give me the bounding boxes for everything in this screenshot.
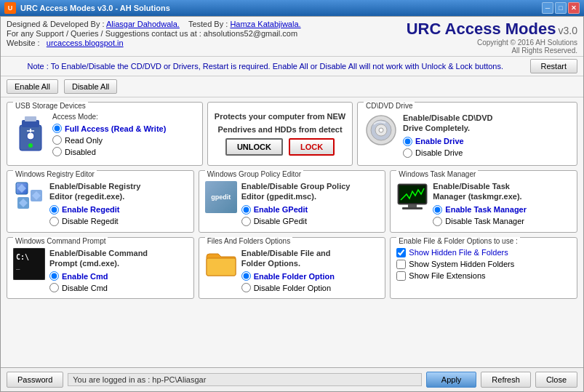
app-version: v3.0 — [559, 25, 577, 36]
folder-option-0[interactable]: Enable Folder Option — [241, 271, 380, 281]
folder-radio-0[interactable] — [241, 271, 251, 281]
grouppolicy-radio-1[interactable] — [241, 217, 251, 226]
close-button[interactable]: Close — [535, 372, 577, 388]
grouppolicy-radio-0[interactable] — [241, 205, 251, 215]
cdvd-option-1[interactable]: Disable Drive — [403, 148, 571, 158]
cmd-panel-title: Windows Command Prompt — [13, 237, 108, 245]
cdvd-panel: CD\DVD Drive Enable/Disable CD — [357, 102, 577, 166]
grouppolicy-option-1[interactable]: Disable GPedit — [241, 217, 380, 226]
folder-option-1[interactable]: Disable Folder Option — [241, 283, 380, 292]
svg-point-3 — [27, 132, 34, 140]
footer: Password You are logged in as : hp-PC\Al… — [1, 367, 583, 391]
row-3: Windows Command Prompt C:\ _ Enable/Disa… — [7, 237, 577, 300]
taskmanager-radio-0[interactable] — [433, 205, 442, 215]
ff-option-1[interactable]: Show System Hidden Folders — [396, 260, 571, 269]
cdvd-desc: Enable/Disable CD\DVDDrive Completely. — [403, 113, 571, 134]
svg-rect-20 — [408, 204, 417, 207]
grouppolicy-options: Enable/Disable Group PolicyEditor (gpedi… — [241, 181, 380, 226]
cmd-option-0[interactable]: Enable Cmd — [49, 271, 188, 281]
row-1: USB Storage Devices — [7, 102, 577, 166]
registry-label-0: Enable Regedit — [62, 205, 119, 214]
svg-text:_: _ — [16, 263, 20, 270]
grouppolicy-label-0: Enable GPedit — [254, 205, 308, 214]
cmd-radio-1[interactable] — [49, 283, 59, 292]
cdvd-panel-content: Enable/Disable CD\DVDDrive Completely. E… — [364, 113, 571, 158]
filefolder-checkboxes: Show Hidden File & Folders Show System H… — [396, 248, 571, 281]
taskmanager-radio-1[interactable] — [433, 217, 442, 226]
header-left: Designed & Developed By : Aliasgar Dahod… — [7, 20, 407, 47]
cdvd-panel-title: CD\DVD Drive — [364, 102, 415, 110]
cmd-label-0: Enable Cmd — [62, 272, 108, 281]
usb-panel: USB Storage Devices — [7, 102, 203, 166]
grouppolicy-panel-content: gpedit Enable/Disable Group PolicyEditor… — [205, 181, 380, 226]
ff-option-0[interactable]: Show Hidden File & Folders — [396, 248, 571, 257]
content-area: USB Storage Devices — [1, 97, 583, 367]
cmd-option-1[interactable]: Disable Cmd — [49, 283, 188, 292]
registry-option-1[interactable]: Disable Regedit — [49, 217, 188, 226]
usb-option-0[interactable]: Full Access (Read & Write) — [52, 124, 196, 133]
disable-all-button[interactable]: Disable All — [64, 79, 117, 94]
cdvd-radio-group: Enable Drive Disable Drive — [403, 137, 571, 158]
cdvd-option-0[interactable]: Enable Drive — [403, 137, 571, 146]
taskmanager-radio-group: Enable Task Manager Disable Task Manager — [433, 205, 571, 226]
grouppolicy-panel-title: Windows Group Policy Editor — [205, 170, 304, 178]
dev-line: Designed & Developed By : Aliasgar Dahod… — [7, 20, 407, 28]
enable-all-button[interactable]: Enable All — [7, 79, 58, 94]
taskmanager-label-1: Disable Task Manager — [445, 217, 524, 225]
close-window-button[interactable]: ✕ — [568, 2, 580, 14]
password-button[interactable]: Password — [7, 372, 63, 388]
ff-checkbox-2[interactable] — [396, 271, 406, 281]
maximize-button[interactable]: □ — [555, 2, 567, 14]
registry-radio-1[interactable] — [49, 217, 59, 226]
main-container: Designed & Developed By : Aliasgar Dahod… — [0, 16, 584, 392]
website-link[interactable]: urcaccess.blogspot.in — [47, 39, 124, 47]
grouppolicy-option-0[interactable]: Enable GPedit — [241, 205, 380, 215]
cdvd-radio-1[interactable] — [403, 148, 412, 158]
usb-radio-0[interactable] — [52, 124, 62, 133]
usb-label-1: Read Only — [65, 136, 103, 145]
usb-panel-title: USB Storage Devices — [13, 102, 88, 110]
svg-rect-2 — [25, 116, 36, 121]
cmd-radio-0[interactable] — [49, 271, 59, 281]
ff-option-2[interactable]: Show File Extensions — [396, 271, 571, 281]
cmd-panel: Windows Command Prompt C:\ _ Enable/Disa… — [7, 237, 194, 300]
restart-button[interactable]: Restart — [530, 59, 577, 73]
cdvd-radio-0[interactable] — [403, 137, 412, 146]
folder-label-1: Disable Folder Option — [254, 284, 331, 292]
taskmanager-desc: Enable/Disable TaskManager (taskmgr.exe)… — [433, 181, 571, 202]
usb-access-section: Access Mode: Full Access (Read & Write) … — [52, 113, 196, 156]
usb-option-1[interactable]: Read Only — [52, 135, 196, 145]
lock-button[interactable]: LOCK — [289, 138, 335, 156]
app-icon: U — [4, 2, 16, 14]
ff-checkbox-0[interactable] — [396, 248, 406, 257]
registry-radio-group: Enable Regedit Disable Regedit — [49, 205, 188, 226]
tested-name-link[interactable]: Hamza Katabjiwala. — [230, 20, 300, 28]
protect-panel: Protects your computer from NEW Pendrive… — [207, 102, 353, 166]
cmd-panel-content: C:\ _ Enable/Disable CommandPrompt (cmd.… — [13, 248, 188, 293]
ff-checkbox-1[interactable] — [396, 260, 406, 269]
grouppolicy-desc: Enable/Disable Group PolicyEditor (gpedi… — [241, 181, 380, 202]
folder-panel-content: Enable/Disable File andFolder Options. E… — [205, 248, 380, 293]
taskmanager-option-0[interactable]: Enable Task Manager — [433, 205, 571, 215]
registry-option-0[interactable]: Enable Regedit — [49, 205, 188, 215]
unlock-button[interactable]: UNLOCK — [225, 138, 283, 156]
minimize-button[interactable]: ─ — [542, 2, 553, 14]
dev-name-link[interactable]: Aliasgar Dahodwala. — [106, 20, 180, 28]
folder-radio-1[interactable] — [241, 283, 251, 292]
registry-panel-content: Enable/Disable RegistryEditor (regedit.e… — [13, 181, 188, 226]
refresh-button[interactable]: Refresh — [481, 372, 531, 388]
access-mode-label: Access Mode: — [52, 113, 196, 121]
toolbar: Enable All Disable All — [1, 76, 583, 97]
usb-radio-1[interactable] — [52, 135, 62, 145]
apply-button[interactable]: Apply — [426, 372, 477, 388]
ff-label-1: Show System Hidden Folders — [409, 260, 514, 268]
filefolder-panel: Enable File & Folder Options to use : Sh… — [390, 237, 577, 300]
ff-label-2: Show File Extensions — [409, 271, 485, 280]
usb-option-2[interactable]: Disabled — [52, 147, 196, 156]
note-bar: Note : To Enable/Disable the CD/DVD or D… — [1, 57, 583, 76]
usb-radio-2[interactable] — [52, 147, 62, 156]
login-display: You are logged in as : hp-PC\Aliasgar — [68, 373, 422, 386]
registry-radio-0[interactable] — [49, 205, 59, 215]
taskmanager-option-1[interactable]: Disable Task Manager — [433, 217, 571, 226]
app-title-area: URC Access Modes v3.0 — [407, 20, 577, 39]
